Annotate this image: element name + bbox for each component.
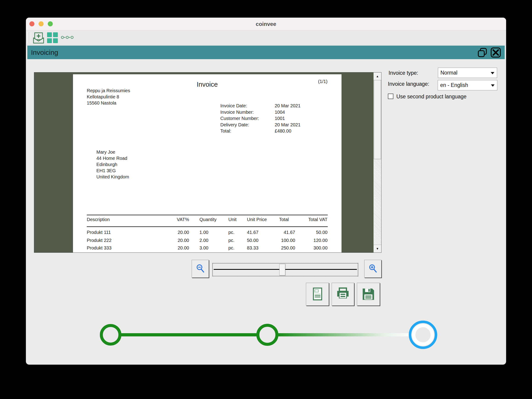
- zoom-slider-thumb[interactable]: [279, 264, 285, 275]
- print-button[interactable]: [332, 283, 354, 306]
- chevron-down-icon: [491, 84, 494, 87]
- recipient-address: Mary Joe 44 Home Road Edinburgh EH1 3EG …: [96, 149, 129, 180]
- invoice-preview-viewport: Invoice (1/1) Reppu ja Reissumies Kellot…: [34, 72, 381, 253]
- table-row: Produkt 111 20.00 1.00 pc. 41.67 41.67 5…: [87, 230, 328, 235]
- workflow-chain-icon[interactable]: [61, 35, 74, 40]
- use-second-language-checkbox[interactable]: [388, 94, 393, 99]
- scroll-up-icon[interactable]: ▲: [374, 72, 381, 80]
- panel-title: Invoicing: [31, 46, 58, 59]
- progress-step-3-inner-ring: [412, 324, 434, 346]
- save-floppy-icon: [361, 287, 376, 302]
- zoom-slider[interactable]: [212, 263, 358, 276]
- invoicing-panel-header: Invoicing: [27, 46, 505, 59]
- invoice-type-value: Normal: [440, 68, 457, 78]
- table-header-rule: [87, 226, 328, 227]
- invoice-type-label: Invoice type:: [389, 70, 418, 76]
- progress-step-1-icon[interactable]: [100, 324, 121, 346]
- window-title: coinvee: [26, 18, 506, 30]
- progress-connector-done: [121, 333, 257, 337]
- table-header-row: Description VAT% Quantity Unit Unit Pric…: [87, 217, 328, 222]
- restore-panel-icon[interactable]: [477, 47, 488, 58]
- scrollbar-track[interactable]: [374, 159, 381, 245]
- invoice-page: Invoice (1/1) Reppu ja Reissumies Kellot…: [73, 74, 342, 252]
- page-indicator: (1/1): [318, 79, 328, 84]
- invoice-title: Invoice: [73, 81, 342, 88]
- table-row: Produkt 333 20.00 3.00 pc. 83.33 250.00 …: [87, 245, 328, 251]
- use-second-language-label: Use second product language: [396, 94, 467, 100]
- table-row: Produkt 222 20.00 2.00 pc. 50.00 100.00 …: [87, 238, 328, 243]
- zoom-in-magnifier-icon: [368, 263, 378, 274]
- chevron-down-icon: [491, 72, 494, 74]
- zoom-slider-groove: [214, 269, 357, 270]
- progress-step-3-icon[interactable]: [409, 321, 437, 349]
- invoice-language-label: Invoice language:: [388, 81, 429, 87]
- toolbar-drag-handle[interactable]: [27, 32, 31, 43]
- close-panel-icon[interactable]: [490, 47, 501, 58]
- toolbar: [26, 30, 506, 45]
- preview-scrollbar[interactable]: ▲ ▼: [374, 72, 381, 252]
- table-top-rule: [87, 215, 328, 215]
- modules-grid-icon[interactable]: [47, 32, 58, 44]
- invoice-language-value: en - English: [440, 80, 468, 90]
- app-window: coinvee: [26, 18, 506, 365]
- sender-address: Reppu ja Reissumies Kellotapulintie 8 15…: [87, 87, 130, 106]
- preview-document-button[interactable]: [306, 283, 329, 306]
- progress-step-2-icon[interactable]: [256, 324, 279, 346]
- progress-connector-active: [278, 333, 409, 337]
- zoom-out-button[interactable]: [192, 260, 209, 278]
- scroll-down-icon[interactable]: ▼: [374, 245, 381, 252]
- title-bar: coinvee: [26, 18, 506, 30]
- zoom-out-magnifier-icon: [195, 263, 206, 274]
- save-button[interactable]: [357, 283, 380, 306]
- invoice-language-dropdown[interactable]: en - English: [438, 80, 497, 90]
- scrollbar-thumb[interactable]: [374, 80, 381, 159]
- invoice-type-dropdown[interactable]: Normal: [438, 68, 497, 78]
- zoom-in-button[interactable]: [364, 260, 381, 278]
- printer-icon: [335, 287, 350, 302]
- invoice-meta: Invoice Date:20 Mar 2021 Invoice Number:…: [220, 103, 300, 134]
- document-icon: [310, 287, 325, 302]
- new-invoice-envelope-icon[interactable]: [33, 32, 44, 45]
